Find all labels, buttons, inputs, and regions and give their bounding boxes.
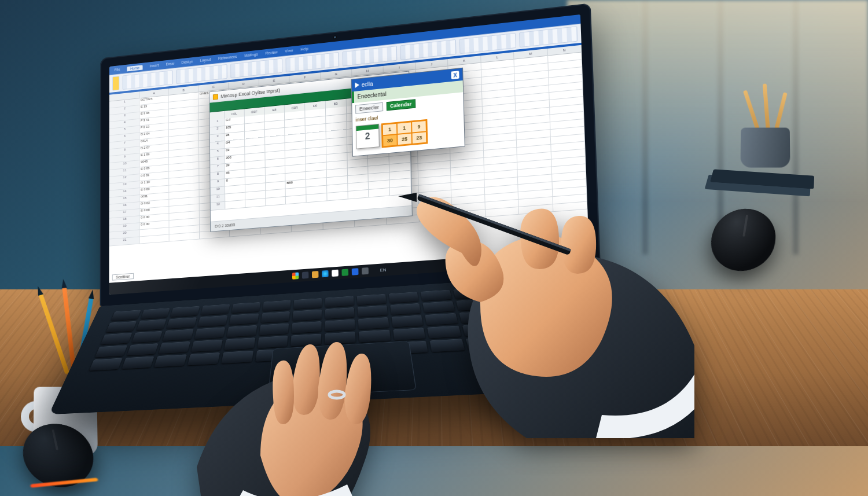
ribbon-group[interactable] [519, 26, 578, 47]
calendar-popup-title: eclla [362, 80, 373, 87]
desk-mouse-right [704, 207, 778, 274]
calendar-cell[interactable]: 1 [397, 122, 412, 134]
calendar-cell[interactable]: 23 [412, 131, 427, 144]
cell[interactable] [286, 195, 307, 204]
ribbon-tab[interactable]: Mailings [244, 52, 258, 58]
taskbar-start-icon[interactable] [292, 272, 299, 279]
desk-pencil-cup-right [729, 105, 799, 173]
keyboard-key[interactable] [131, 331, 163, 343]
ribbon-accent[interactable] [112, 76, 119, 91]
taskbar-settings-icon[interactable] [362, 267, 369, 275]
user-left-hand [174, 282, 417, 496]
calendar-popup-close-button[interactable]: X [451, 71, 459, 79]
svg-marker-3 [398, 193, 417, 202]
ribbon-tab[interactable]: Home [127, 65, 143, 71]
calendar-cell[interactable]: 25 [397, 133, 412, 146]
taskbar-search-icon[interactable] [302, 271, 309, 278]
cell[interactable] [369, 188, 390, 198]
ribbon-tab[interactable]: Help [300, 47, 308, 53]
ribbon-group[interactable] [176, 64, 227, 84]
cell[interactable] [348, 190, 369, 199]
calendar-popup[interactable]: eclla X Eneeclental Eneecler Calendsr in… [351, 68, 465, 157]
user-right-hand [393, 172, 694, 438]
keyboard-key[interactable] [106, 321, 137, 333]
cell[interactable] [266, 197, 286, 206]
keyboard-key[interactable] [111, 310, 141, 321]
ribbon-tab[interactable]: Draw [166, 61, 175, 67]
calendar-popup-option-left[interactable]: Eneecler [355, 102, 383, 114]
ribbon-group[interactable] [400, 39, 456, 60]
cell[interactable] [327, 192, 348, 201]
keyboard-key[interactable] [141, 308, 170, 319]
desk-notebooks [705, 175, 811, 197]
ribbon-group[interactable] [459, 33, 516, 54]
keyboard-key[interactable] [101, 333, 133, 344]
ribbon-tab[interactable]: Insert [150, 63, 159, 69]
taskbar-lang[interactable]: EN [380, 267, 387, 273]
cell[interactable] [140, 234, 170, 244]
ribbon-tab[interactable]: View [285, 49, 293, 54]
cell[interactable] [225, 200, 245, 210]
ribbon-tab[interactable]: References [218, 54, 237, 61]
inner-window-logo-icon [213, 94, 218, 100]
calendar-popup-option-right[interactable]: Calendsr [386, 99, 415, 111]
taskbar-mail-icon[interactable] [352, 268, 359, 275]
taskbar-edge-icon[interactable] [322, 270, 329, 277]
calendar-popup-flag-icon [355, 82, 359, 88]
row-header[interactable]: 12 [211, 202, 226, 211]
calendar-mini-grid[interactable]: 119302523 [381, 119, 428, 148]
cell[interactable] [306, 193, 327, 203]
keyboard-key[interactable] [95, 345, 127, 357]
calendar-big-day[interactable]: 2 [356, 124, 380, 149]
ribbon-group[interactable] [343, 46, 398, 67]
keyboard-key[interactable] [136, 319, 167, 331]
ribbon-tab[interactable]: Layout [200, 57, 211, 63]
ribbon-group[interactable] [123, 70, 173, 90]
keyboard-key[interactable] [89, 358, 122, 371]
calendar-cell[interactable]: 1 [382, 123, 398, 136]
keyboard-key[interactable] [122, 356, 155, 369]
cell[interactable] [245, 199, 266, 208]
taskbar-excel-icon[interactable] [342, 269, 349, 275]
taskbar-store-icon[interactable] [332, 270, 339, 277]
cell[interactable] [170, 232, 200, 241]
ribbon-tab[interactable]: Review [265, 50, 277, 57]
calendar-cell[interactable]: 30 [382, 134, 398, 147]
ribbon-tab[interactable]: Design [182, 60, 193, 65]
keyboard-key[interactable] [127, 343, 159, 355]
calendar-cell[interactable]: 9 [411, 120, 426, 133]
ribbon-tab[interactable]: File [115, 68, 120, 73]
ribbon-group[interactable] [230, 58, 283, 79]
ribbon-group[interactable] [286, 52, 340, 72]
taskbar-files-icon[interactable] [312, 271, 319, 278]
